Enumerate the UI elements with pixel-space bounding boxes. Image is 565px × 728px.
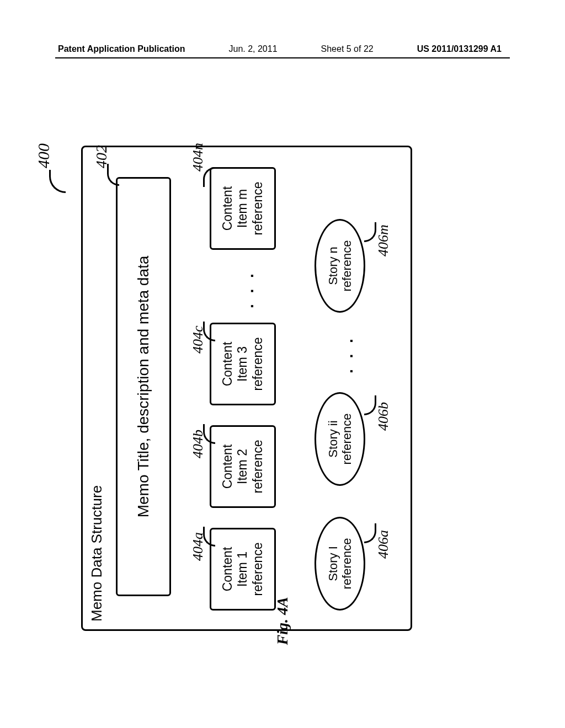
diagram-rotated: 400 Memo Data Structure 402 Memo Title, … (59, 99, 506, 631)
content-line: Content (220, 342, 236, 387)
ref-400: 400 (34, 143, 53, 168)
content-line: Item 2 (235, 449, 250, 484)
content-line: reference (250, 440, 266, 493)
story-reference-1: Story I reference (315, 517, 365, 611)
content-line: Content (220, 186, 236, 231)
story-line: reference (340, 414, 354, 465)
page-header: Patent Application Publication Jun. 2, 2… (0, 44, 565, 54)
content-item-m: Content Item m reference (210, 167, 276, 250)
publication-number: US 2011/0131299 A1 (417, 44, 502, 54)
content-line: Item m (235, 189, 250, 228)
lead-line-400 (49, 170, 66, 193)
story-line: Story I (326, 546, 340, 581)
content-line: reference (250, 542, 266, 596)
sheet-number: Sheet 5 of 22 (321, 44, 374, 54)
ref-406a: 406a (375, 530, 392, 559)
ref-406m: 406m (375, 224, 392, 256)
story-line: Story ii (326, 420, 340, 457)
figure-label: Fig. 4A (274, 597, 291, 645)
story-reference-2: Story ii reference (315, 392, 365, 486)
content-line: Item 3 (235, 346, 250, 382)
header-rule (55, 57, 510, 58)
structure-title: Memo Data Structure (88, 485, 105, 622)
memo-title-box: Memo Title, description and meta data (116, 177, 171, 596)
ellipsis-icon: . . . (339, 335, 356, 373)
content-line: Content (220, 445, 236, 489)
memo-data-structure-box: Memo Data Structure 402 Memo Title, desc… (81, 146, 412, 631)
content-item-2: Content Item 2 reference (210, 425, 276, 508)
ref-404n: 404n (190, 143, 206, 172)
story-line: reference (340, 240, 354, 292)
ref-406b: 406b (375, 402, 392, 431)
content-line: reference (250, 337, 266, 390)
ellipsis-icon: . . . (239, 270, 257, 308)
publication-date: Jun. 2, 2011 (228, 44, 277, 54)
story-reference-n: Story n reference (315, 219, 365, 313)
content-line: reference (250, 181, 266, 235)
publication-type: Patent Application Publication (58, 44, 185, 54)
content-line: Item 1 (235, 552, 250, 587)
story-line: reference (340, 538, 354, 590)
story-line: Story n (326, 247, 340, 285)
content-item-1: Content Item 1 reference (210, 528, 276, 611)
figure-area: 400 Memo Data Structure 402 Memo Title, … (59, 99, 506, 631)
content-items-row: Content Item 1 reference Content Item 2 … (210, 158, 287, 611)
content-item-3: Content Item 3 reference (210, 323, 276, 405)
content-line: Content (220, 547, 236, 592)
